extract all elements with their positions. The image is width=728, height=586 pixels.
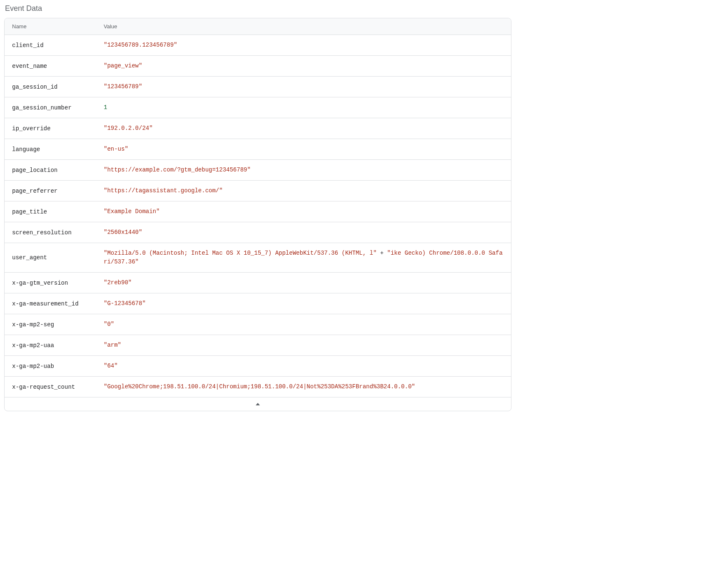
row-name: x-ga-mp2-uab <box>12 363 104 370</box>
table-row: x-ga-mp2-uab"64" <box>5 356 511 377</box>
row-value: "64" <box>104 362 504 370</box>
row-name: language <box>12 146 104 153</box>
row-name: x-ga-request_count <box>12 384 104 390</box>
row-value: "arm" <box>104 341 504 350</box>
row-name: x-ga-gtm_version <box>12 280 104 286</box>
row-value: "G-12345678" <box>104 299 504 308</box>
row-value: "2reb90" <box>104 278 504 287</box>
table-row: screen_resolution"2560x1440" <box>5 222 511 243</box>
row-value: "en-us" <box>104 145 504 154</box>
row-value: "Google%20Chrome;198.51.100.0/24|Chromiu… <box>104 382 504 391</box>
table-row: event_name"page_view" <box>5 56 511 77</box>
table-row: language"en-us" <box>5 139 511 160</box>
row-value: "123456789.123456789" <box>104 41 504 50</box>
row-name: x-ga-measurement_id <box>12 300 104 307</box>
row-value: "192.0.2.0/24" <box>104 124 504 133</box>
row-value: "page_view" <box>104 62 504 70</box>
table-row: page_title"Example Domain" <box>5 201 511 222</box>
table-row: page_referrer"https://tagassistant.googl… <box>5 181 511 201</box>
row-value: "Example Domain" <box>104 207 504 216</box>
collapse-button[interactable] <box>5 397 511 411</box>
row-value: "123456789" <box>104 82 504 91</box>
table-row: ga_session_number1 <box>5 97 511 118</box>
table-row: client_id"123456789.123456789" <box>5 35 511 56</box>
row-name: page_title <box>12 209 104 215</box>
row-name: ip_override <box>12 125 104 132</box>
table-row: user_agent"Mozilla/5.0 (Macintosh; Intel… <box>5 243 511 273</box>
row-value: "0" <box>104 320 504 329</box>
row-name: event_name <box>12 63 104 70</box>
row-value: 1 <box>104 103 504 112</box>
column-header-name: Name <box>12 23 104 30</box>
row-value: "Mozilla/5.0 (Macintosh; Intel Mac OS X … <box>104 249 504 266</box>
column-header-value: Value <box>104 23 504 30</box>
table-row: x-ga-gtm_version"2reb90" <box>5 273 511 293</box>
row-name: page_location <box>12 167 104 174</box>
table-row: ip_override"192.0.2.0/24" <box>5 118 511 139</box>
section-heading: Event Data <box>4 4 511 13</box>
table-row: x-ga-measurement_id"G-12345678" <box>5 293 511 314</box>
chevron-up-icon <box>256 403 260 405</box>
row-name: client_id <box>12 42 104 49</box>
table-header-row: Name Value <box>5 18 511 35</box>
row-value: "https://example.com/?gtm_debug=12345678… <box>104 166 504 174</box>
row-value: "https://tagassistant.google.com/" <box>104 186 504 195</box>
row-name: x-ga-mp2-uaa <box>12 342 104 349</box>
event-data-table: Name Value client_id"123456789.123456789… <box>4 18 511 411</box>
row-name: ga_session_id <box>12 84 104 90</box>
row-name: user_agent <box>12 254 104 261</box>
row-name: ga_session_number <box>12 104 104 111</box>
table-row: ga_session_id"123456789" <box>5 77 511 97</box>
row-name: screen_resolution <box>12 229 104 236</box>
row-value: "2560x1440" <box>104 228 504 237</box>
table-row: page_location"https://example.com/?gtm_d… <box>5 160 511 181</box>
row-name: x-ga-mp2-seg <box>12 321 104 328</box>
table-row: x-ga-mp2-uaa"arm" <box>5 335 511 356</box>
table-row: x-ga-request_count"Google%20Chrome;198.5… <box>5 377 511 397</box>
table-row: x-ga-mp2-seg"0" <box>5 314 511 335</box>
row-name: page_referrer <box>12 188 104 194</box>
